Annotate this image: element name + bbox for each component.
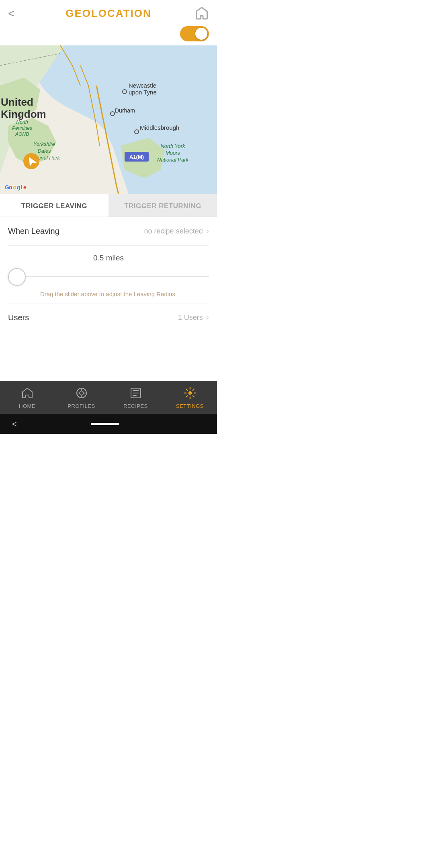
bottom-nav: HOME PROFILES RECIPES: [0, 381, 217, 414]
header: < GEOLOCATION: [0, 0, 217, 24]
when-leaving-label: When Leaving: [8, 227, 59, 236]
svg-text:e: e: [23, 184, 27, 190]
svg-text:North: North: [16, 119, 28, 125]
svg-text:Pennines: Pennines: [12, 125, 32, 131]
slider-thumb[interactable]: [8, 268, 26, 286]
back-button[interactable]: <: [8, 7, 14, 20]
home-button[interactable]: [194, 6, 209, 22]
svg-text:Kingdom: Kingdom: [1, 108, 46, 120]
recipes-nav-label: RECIPES: [123, 403, 148, 409]
svg-text:o: o: [13, 184, 16, 190]
settings-nav-label: SETTINGS: [176, 403, 204, 409]
tab-trigger-leaving[interactable]: TRIGGER LEAVING: [0, 194, 108, 217]
users-count: 1 Users: [178, 313, 203, 322]
system-back-button[interactable]: <: [12, 420, 17, 429]
svg-text:A1(M): A1(M): [129, 154, 144, 160]
svg-text:Durham: Durham: [115, 107, 135, 114]
nav-recipes[interactable]: RECIPES: [108, 387, 163, 409]
slider-section: 0.5 miles Drag the slider above to adjus…: [8, 246, 209, 303]
users-row[interactable]: Users 1 Users ›: [8, 303, 209, 332]
map-svg: A1(M) Newcastle upon Tyne Durham Middles…: [0, 45, 217, 194]
users-chevron-icon: ›: [206, 312, 209, 323]
geolocation-toggle[interactable]: [180, 26, 209, 41]
settings-nav-icon: [184, 387, 197, 401]
when-leaving-value: no recipe selected: [144, 227, 203, 235]
tabs-row: TRIGGER LEAVING TRIGGER RETURNING: [0, 194, 217, 217]
recipes-nav-icon: [129, 387, 142, 401]
svg-text:g: g: [17, 184, 20, 190]
svg-text:North York: North York: [160, 143, 186, 149]
users-value-container: 1 Users ›: [178, 312, 209, 323]
svg-text:l: l: [21, 184, 23, 190]
page-title: GEOLOCATION: [66, 7, 151, 20]
tab-trigger-returning[interactable]: TRIGGER RETURNING: [108, 194, 217, 217]
nav-profiles[interactable]: PROFILES: [54, 387, 108, 409]
slider-track: [26, 276, 209, 277]
home-nav-icon: [21, 387, 34, 401]
system-home-pill[interactable]: [91, 423, 119, 425]
users-label: Users: [8, 313, 29, 322]
svg-text:United: United: [1, 96, 33, 108]
slider-container[interactable]: [8, 268, 209, 286]
nav-settings[interactable]: SETTINGS: [163, 387, 217, 409]
leaving-content: When Leaving no recipe selected › 0.5 mi…: [0, 217, 217, 332]
toggle-row: [0, 24, 217, 45]
slider-value-label: 0.5 miles: [8, 254, 209, 262]
map-container[interactable]: A1(M) Newcastle upon Tyne Durham Middles…: [0, 45, 217, 194]
chevron-right-icon: ›: [206, 226, 209, 236]
location-pin: [23, 152, 40, 170]
home-icon: [194, 6, 209, 20]
profiles-nav-label: PROFILES: [68, 403, 95, 409]
when-leaving-row[interactable]: When Leaving no recipe selected ›: [8, 217, 209, 246]
svg-text:Middlesbrough: Middlesbrough: [140, 124, 179, 131]
svg-text:AONB: AONB: [15, 131, 29, 137]
when-leaving-value-container: no recipe selected ›: [144, 226, 209, 236]
svg-point-39: [188, 391, 192, 395]
svg-text:Newcastle: Newcastle: [129, 82, 156, 89]
svg-text:Moors: Moors: [166, 150, 180, 156]
profiles-nav-icon: [75, 387, 88, 401]
svg-text:upon Tyne: upon Tyne: [129, 89, 157, 96]
system-bar: <: [0, 414, 217, 434]
nav-home[interactable]: HOME: [0, 387, 54, 409]
svg-text:Yorkshire: Yorkshire: [33, 141, 55, 147]
slider-hint: Drag the slider above to adjust the Leav…: [8, 286, 209, 299]
toggle-knob: [195, 28, 207, 40]
svg-text:National Park: National Park: [157, 157, 189, 163]
svg-text:o: o: [9, 184, 12, 190]
svg-point-30: [80, 391, 84, 395]
home-nav-label: HOME: [19, 403, 35, 409]
